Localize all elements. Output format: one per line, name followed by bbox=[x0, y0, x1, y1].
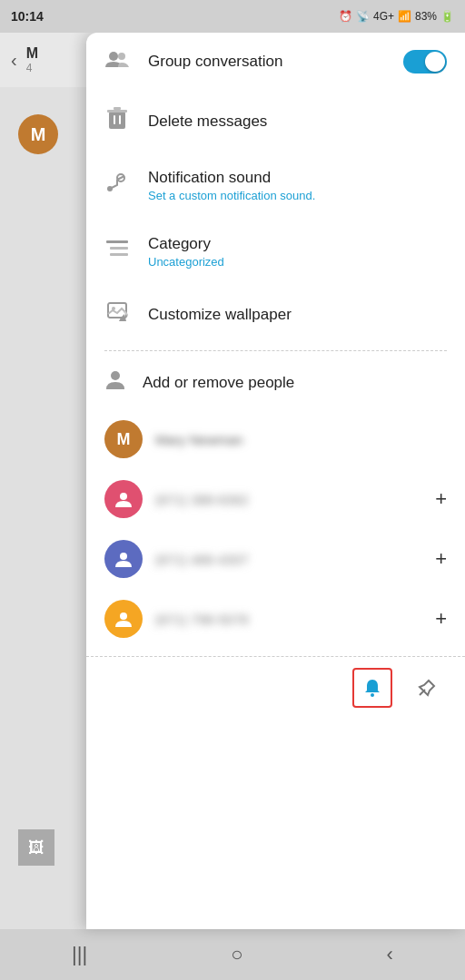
contact-row[interactable]: (671) 798-5078 + bbox=[86, 589, 465, 649]
bg-back-icon: ‹ bbox=[11, 50, 17, 71]
customize-wallpaper-text: Customize wallpaper bbox=[148, 306, 447, 324]
svg-rect-9 bbox=[106, 240, 128, 243]
divider-1 bbox=[104, 350, 447, 351]
contact-row[interactable]: (671) 388-6362 + bbox=[86, 469, 465, 529]
contact-name-1: (671) 388-6362 bbox=[155, 492, 422, 507]
contact-add-btn-1[interactable]: + bbox=[435, 487, 447, 511]
contact-row: M Mary Newman bbox=[86, 409, 465, 469]
action-bar bbox=[86, 656, 465, 719]
signal-bars-icon: 📶 bbox=[398, 10, 411, 23]
contact-add-btn-3[interactable]: + bbox=[435, 607, 447, 631]
contact-row[interactable]: (671) 466-4307 + bbox=[86, 529, 465, 589]
notification-sound-label: Notification sound bbox=[148, 169, 447, 187]
svg-rect-11 bbox=[110, 253, 128, 256]
group-conversation-label: Group conversation bbox=[148, 53, 385, 71]
pin-button[interactable] bbox=[407, 668, 447, 708]
bg-avatar: M bbox=[18, 114, 58, 154]
customize-wallpaper-label: Customize wallpaper bbox=[148, 306, 447, 324]
svg-point-19 bbox=[371, 693, 374, 697]
svg-rect-6 bbox=[119, 115, 121, 124]
contact-add-btn-2[interactable]: + bbox=[435, 547, 447, 571]
people-section-header: Add or remove people bbox=[86, 357, 465, 409]
category-text: Category Uncategorized bbox=[148, 235, 447, 269]
delete-messages-label: Delete messages bbox=[148, 113, 447, 131]
status-icons: ⏰ 📡 4G+ 📶 83% 🔋 bbox=[339, 10, 454, 23]
battery-icon: 🔋 bbox=[440, 10, 454, 23]
alarm-icon: ⏰ bbox=[339, 10, 352, 23]
bg-title: M bbox=[26, 45, 38, 62]
contact-avatar-0: M bbox=[104, 420, 143, 458]
notification-sound-icon bbox=[104, 172, 130, 200]
settings-drawer: Group conversation Delete messages bbox=[86, 33, 465, 929]
svg-rect-10 bbox=[110, 247, 128, 250]
group-conversation-toggle[interactable] bbox=[403, 50, 447, 74]
notification-sound-item[interactable]: Notification sound Set a custom notifica… bbox=[86, 152, 465, 219]
bg-subtitle: 4 bbox=[26, 62, 38, 74]
people-section-title: Add or remove people bbox=[143, 374, 294, 392]
notification-sound-sublabel: Set a custom notification sound. bbox=[148, 189, 447, 202]
people-icon bbox=[104, 369, 126, 397]
status-bar: 10:14 ⏰ 📡 4G+ 📶 83% 🔋 bbox=[0, 0, 465, 33]
group-conversation-text: Group conversation bbox=[148, 53, 385, 71]
bg-photo-icon: 🖼 bbox=[18, 829, 54, 866]
nav-menu-icon[interactable]: ||| bbox=[72, 943, 87, 966]
nav-back-icon[interactable]: ‹ bbox=[387, 943, 393, 966]
bell-button[interactable] bbox=[352, 668, 392, 708]
notification-sound-text: Notification sound Set a custom notifica… bbox=[148, 169, 447, 202]
customize-wallpaper-icon bbox=[104, 301, 130, 328]
contact-avatar-1 bbox=[104, 480, 143, 518]
group-conversation-item[interactable]: Group conversation bbox=[86, 33, 465, 91]
bottom-nav: ||| ○ ‹ bbox=[0, 929, 465, 980]
svg-rect-3 bbox=[107, 110, 127, 113]
svg-point-0 bbox=[109, 52, 118, 61]
wifi-icon: 📡 bbox=[356, 10, 370, 23]
signal-label: 4G+ bbox=[373, 10, 394, 23]
status-time: 10:14 bbox=[11, 9, 44, 24]
delete-messages-item[interactable]: Delete messages bbox=[86, 91, 465, 152]
category-item[interactable]: Category Uncategorized bbox=[86, 219, 465, 285]
contact-name-3: (671) 798-5078 bbox=[155, 612, 422, 627]
delete-messages-icon bbox=[104, 107, 130, 136]
contact-name-0: Mary Newman bbox=[155, 432, 447, 447]
nav-home-icon[interactable]: ○ bbox=[231, 943, 242, 966]
svg-point-17 bbox=[120, 553, 127, 560]
group-conversation-icon bbox=[104, 49, 130, 74]
svg-point-1 bbox=[118, 53, 125, 60]
contact-avatar-3 bbox=[104, 600, 143, 638]
battery-percent: 83% bbox=[415, 10, 437, 23]
svg-point-16 bbox=[120, 493, 127, 500]
svg-point-8 bbox=[107, 186, 113, 191]
svg-rect-2 bbox=[109, 112, 125, 129]
svg-point-15 bbox=[111, 371, 120, 380]
category-icon bbox=[104, 240, 130, 264]
contact-name-2: (671) 466-4307 bbox=[155, 552, 422, 567]
svg-point-18 bbox=[120, 612, 127, 620]
svg-rect-4 bbox=[114, 107, 121, 110]
category-label: Category bbox=[148, 235, 447, 253]
toggle-knob bbox=[425, 52, 445, 72]
category-sublabel: Uncategorized bbox=[148, 255, 447, 269]
customize-wallpaper-item[interactable]: Customize wallpaper bbox=[86, 285, 465, 345]
contact-avatar-2 bbox=[104, 540, 143, 578]
delete-messages-text: Delete messages bbox=[148, 113, 447, 131]
svg-rect-5 bbox=[114, 115, 115, 124]
